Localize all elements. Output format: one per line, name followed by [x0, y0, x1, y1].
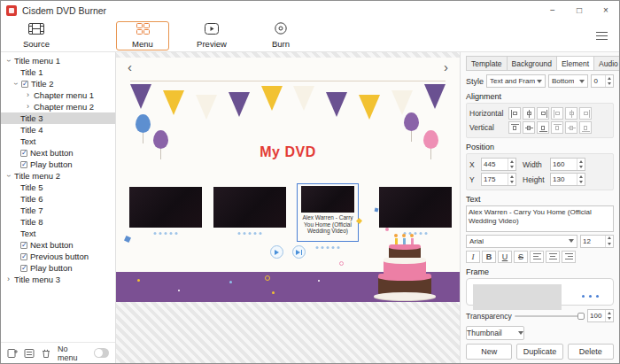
x-spinner[interactable]: 445	[481, 158, 516, 171]
video-thumbnail-1[interactable]	[129, 187, 202, 228]
spinner-down-icon[interactable]	[606, 241, 613, 247]
distribute-h-left-button[interactable]	[551, 107, 563, 120]
menu-title-text[interactable]: My DVD	[116, 144, 460, 160]
slider-handle[interactable]	[577, 313, 585, 320]
duplicate-element-button[interactable]: Duplicate	[516, 344, 562, 360]
tab-template[interactable]: Template	[466, 56, 508, 71]
tab-audio[interactable]: Audio	[594, 56, 619, 71]
next-menu-arrow[interactable]: ›	[444, 60, 448, 74]
style-anchor-select[interactable]: Bottom	[548, 74, 588, 88]
height-spinner[interactable]: 130	[550, 173, 585, 186]
tree-item-title-2[interactable]: Title 2	[1, 78, 115, 89]
align-v-bottom-button[interactable]	[537, 121, 549, 134]
style-type-select[interactable]: Text and Frame	[486, 74, 546, 88]
tree-item-chapter-menu-2[interactable]: Chapter menu 2	[1, 101, 115, 112]
bold-button[interactable]: B	[482, 251, 496, 263]
minimize-button[interactable]: −	[539, 1, 566, 19]
tree-item-next-button[interactable]: Next button	[1, 239, 115, 251]
tab-element[interactable]: Element	[557, 56, 594, 71]
y-spinner[interactable]: 175	[481, 173, 516, 186]
chevron-down-icon[interactable]	[12, 80, 19, 88]
align-h-left-button[interactable]	[508, 107, 521, 120]
underline-button[interactable]: U	[498, 251, 512, 263]
align-v-middle-button[interactable]	[523, 121, 535, 134]
distribute-v-bottom-button[interactable]	[579, 121, 592, 134]
hamburger-menu-button[interactable]	[593, 27, 610, 44]
tree-item-text[interactable]: Text	[1, 228, 115, 239]
tab-background[interactable]: Background	[508, 56, 557, 71]
spinner-down-icon[interactable]	[508, 165, 515, 171]
spinner-down-icon[interactable]	[508, 180, 515, 186]
tree-item-title-menu-3[interactable]: Title menu 3	[1, 274, 115, 285]
tree-item-chapter-menu-1[interactable]: Chapter menu 1	[1, 89, 115, 101]
tree-item-title-3-selected[interactable]: Title 3	[1, 112, 115, 124]
font-size-spinner[interactable]: 12	[580, 235, 614, 248]
text-align-left-button[interactable]	[530, 251, 544, 263]
next-button[interactable]	[292, 245, 306, 259]
checkbox-checked[interactable]	[20, 253, 27, 260]
tree-item-title-4[interactable]: Title 4	[1, 124, 115, 136]
chevron-down-icon[interactable]	[4, 172, 12, 180]
text-align-center-button[interactable]	[546, 251, 560, 263]
chevron-down-icon[interactable]	[4, 57, 12, 65]
align-h-right-button[interactable]	[537, 107, 549, 120]
add-chapter-button[interactable]	[24, 347, 35, 359]
checkbox-checked[interactable]	[20, 242, 27, 249]
maximize-button[interactable]: □	[566, 1, 593, 19]
new-element-button[interactable]: New	[466, 344, 512, 360]
align-v-top-button[interactable]	[508, 121, 521, 134]
tree-item-title-8[interactable]: Title 8	[1, 216, 115, 228]
distribute-h-center-button[interactable]	[565, 107, 577, 120]
close-button[interactable]: ×	[593, 1, 619, 19]
checkbox-checked[interactable]	[20, 265, 27, 272]
preview-tab-button[interactable]: Preview	[185, 21, 238, 50]
spinner-down-icon[interactable]	[606, 81, 613, 88]
distribute-h-right-button[interactable]	[579, 107, 592, 120]
spinner-down-icon[interactable]	[577, 180, 585, 186]
text-align-right-button[interactable]	[562, 251, 576, 263]
burn-tab-button[interactable]: Burn	[254, 21, 307, 50]
transparency-spinner[interactable]: 100	[587, 309, 614, 322]
tree-item-previous-button[interactable]: Previous button	[1, 251, 115, 262]
chevron-right-icon[interactable]	[24, 91, 32, 99]
source-tab-button[interactable]: Source	[10, 21, 63, 50]
video-thumbnail-3[interactable]	[301, 186, 354, 213]
tree-item-title-5[interactable]: Title 5	[1, 182, 115, 193]
delete-menu-button[interactable]	[41, 347, 51, 359]
thumbnail-dropdown-button[interactable]: Thumbnail	[466, 326, 524, 340]
style-offset-spinner[interactable]: 0	[591, 74, 614, 88]
frame-style-preview[interactable]	[466, 278, 614, 306]
italic-button[interactable]: I	[466, 251, 480, 263]
tree-item-title-menu-1[interactable]: Title menu 1	[1, 55, 115, 66]
no-menu-toggle[interactable]	[94, 348, 109, 358]
tree-item-title-6[interactable]: Title 6	[1, 193, 115, 205]
font-family-select[interactable]: Arial	[466, 235, 577, 248]
play-button[interactable]	[270, 245, 283, 259]
align-h-center-button[interactable]	[523, 107, 535, 120]
previous-menu-arrow[interactable]: ‹	[128, 60, 132, 74]
chevron-right-icon[interactable]	[24, 103, 32, 111]
tree-item-title-7[interactable]: Title 7	[1, 205, 115, 216]
tree-item-play-button[interactable]: Play button	[1, 159, 115, 170]
add-title-button[interactable]	[7, 347, 18, 359]
tree-item-next-button[interactable]: Next button	[1, 147, 115, 159]
tree-item-text[interactable]: Text	[1, 136, 115, 147]
menu-tab-button[interactable]: Menu	[116, 21, 169, 50]
spinner-down-icon[interactable]	[606, 316, 613, 322]
chevron-right-icon[interactable]	[4, 275, 12, 283]
checkbox-checked[interactable]	[21, 81, 28, 88]
strikethrough-button[interactable]: S	[514, 251, 528, 263]
tree-item-title-1[interactable]: Title 1	[1, 66, 115, 78]
delete-element-button[interactable]: Delete	[568, 344, 614, 360]
distribute-v-middle-button[interactable]	[565, 121, 577, 134]
tree-item-play-button[interactable]: Play button	[1, 262, 115, 274]
checkbox-checked[interactable]	[20, 161, 27, 168]
video-thumbnail-2[interactable]	[213, 187, 286, 228]
checkbox-checked[interactable]	[20, 150, 27, 157]
spinner-down-icon[interactable]	[577, 165, 585, 171]
dvd-menu-preview[interactable]: ‹ › My DVD	[116, 58, 460, 302]
selected-menu-element[interactable]: Alex Warren - Carry You Home (Official W…	[297, 183, 359, 242]
width-spinner[interactable]: 160	[550, 158, 585, 171]
tree-item-title-menu-2[interactable]: Title menu 2	[1, 170, 115, 182]
element-text-input[interactable]: Alex Warren - Carry You Home (Official W…	[466, 205, 614, 232]
